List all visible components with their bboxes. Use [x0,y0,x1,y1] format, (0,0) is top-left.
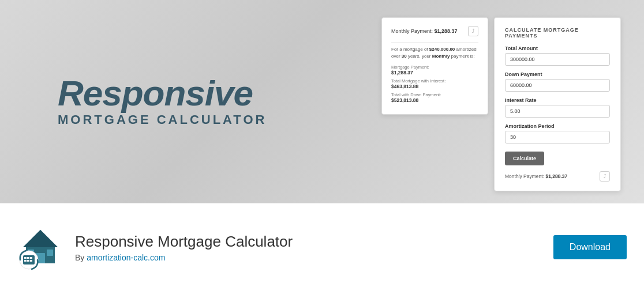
panel-total-interest-label: Total Mortgage with Interest: [391,78,478,84]
calc-total-amount-input[interactable] [505,53,610,66]
calc-panel-right: Calculate Mortgage Payments Total Amount… [494,17,621,191]
panel-payment-value: $1,288.37 [391,70,478,75]
calculate-button[interactable]: Calculate [505,152,544,165]
svg-rect-10 [30,260,32,262]
svg-rect-6 [27,257,29,259]
panel-monthly-row: Monthly Payment: $1,288.37 ⤴ [391,26,478,36]
svg-rect-7 [30,257,32,259]
calc-amortization-input[interactable] [505,131,610,143]
calc-down-payment-input[interactable] [505,79,610,92]
calc-total-amount-field: Total Amount [505,46,610,66]
calc-amortization-field: Amortization Period [505,123,610,143]
calc-interest-rate-field: Interest Rate [505,97,610,118]
panel-monthly-label: Monthly Payment: $1,288.37 [391,28,458,34]
panel-body-text: For a mortgage of $240,000.00 amortized … [391,46,478,60]
svg-rect-8 [24,260,27,262]
plugin-logo: Responsive Mortgage Calculator [23,75,381,127]
preview-area: Responsive Mortgage Calculator Monthly P… [0,0,644,203]
panel-monthly-label-text: Monthly Payment: [391,28,433,34]
calc-monthly-result-label: Monthly Payment: [505,173,544,179]
panel-payment-label: Mortgage Payment: [391,65,478,70]
panel-total-down-label: Total with Down Payment: [391,92,478,97]
panel-share-icon: ⤴ [468,26,478,36]
logo-responsive: Responsive [58,75,253,111]
panel-total-interest-row: Total Mortgage with Interest: $463,813.8… [391,78,478,89]
main-container: Responsive Mortgage Calculator Monthly P… [0,0,644,291]
calc-panel-left: Monthly Payment: $1,288.37 ⤴ For a mortg… [381,17,488,115]
svg-rect-5 [24,257,27,259]
calc-interest-rate-label: Interest Rate [505,97,610,103]
calc-panel-title: Calculate Mortgage Payments [505,27,610,39]
calc-monthly-result-text: Monthly Payment: $1,288.37 [505,173,567,179]
calc-total-amount-label: Total Amount [505,46,610,51]
panel-monthly-value: $1,288.37 [435,28,458,34]
plugin-info: Responsive Mortgage Calculator By amorti… [75,233,553,262]
calc-down-payment-label: Down Payment [505,71,610,77]
svg-rect-9 [27,260,29,262]
plugin-author-link[interactable]: amortization-calc.com [87,253,165,262]
bottom-area: Responsive Mortgage Calculator By amorti… [0,203,644,291]
plugin-title: Responsive Mortgage Calculator [75,233,553,251]
calc-preview-container: Monthly Payment: $1,288.37 ⤴ For a mortg… [381,17,621,191]
panel-payment-row: Mortgage Payment: $1,288.37 [391,65,478,75]
calc-monthly-result-value: $1,288.37 [545,173,567,179]
panel-total-down-row: Total with Down Payment: $523,813.88 [391,92,478,103]
plugin-icon-container [17,224,63,270]
house-calculator-icon [17,224,63,270]
calc-amortization-label: Amortization Period [505,123,610,129]
plugin-author: By amortization-calc.com [75,253,553,262]
svg-rect-2 [47,250,53,256]
calc-monthly-result: Monthly Payment: $1,288.37 ⤴ [505,171,610,182]
plugin-author-prefix: By [75,253,84,262]
panel-total-down-value: $523,813.88 [391,97,478,103]
logo-subtitle: Mortgage Calculator [58,112,267,127]
panel-total-interest-value: $463,813.88 [391,84,478,89]
calc-down-payment-field: Down Payment [505,71,610,92]
result-share-icon: ⤴ [600,171,610,182]
calc-interest-rate-input[interactable] [505,105,610,118]
download-button[interactable]: Download [553,235,627,259]
